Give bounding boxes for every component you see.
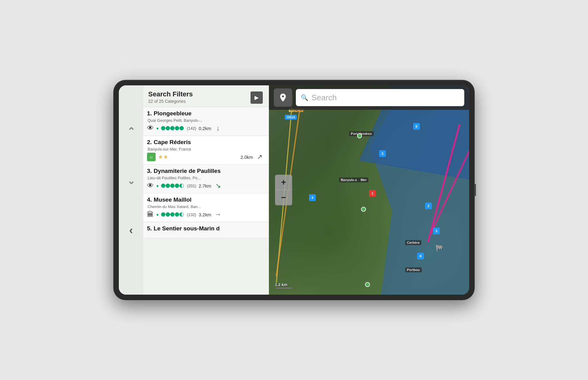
- header-next-button[interactable]: ▶: [251, 91, 263, 104]
- pin-2: 2: [425, 203, 432, 209]
- map-label-cerbere: Cerbère: [405, 240, 422, 245]
- michelin-icon: ☺: [147, 153, 156, 161]
- dot-4: [175, 184, 179, 188]
- scale-text: 1.2 km: [275, 282, 293, 287]
- ta-icon: ●: [156, 126, 159, 131]
- result-name-row: 1. Plongeebleue: [147, 110, 191, 117]
- result-item-2[interactable]: 2. Cape Réderis Banyuls-sur-Mer, France …: [143, 136, 269, 165]
- nav-arrows: ⌃ ⌄ ‹: [119, 85, 143, 295]
- result-row1: 3. Dynamiterie de Paulilles: [147, 168, 264, 174]
- garmin-device: GARMIN ⌃ ⌄ ‹ Search Filters 22 of 25 Cat…: [113, 80, 475, 300]
- dot-1: [161, 212, 165, 217]
- result-number: 1.: [147, 110, 152, 117]
- pin-3: 3: [379, 150, 386, 157]
- pin-5: 5: [433, 228, 440, 234]
- dot-3: [170, 126, 175, 130]
- result-number: 5.: [147, 225, 152, 232]
- result-row2: 👁 ● (142) 0.2km ↓: [147, 124, 264, 132]
- star-2: ★: [163, 154, 168, 160]
- results-list: 1. Plongeebleue Quai Georges Petit, Bany…: [143, 107, 269, 295]
- result-item-3[interactable]: 3. Dynamiterie de Paulilles Lieu-dit Pau…: [143, 165, 269, 193]
- panel-header: Search Filters 22 of 25 Categories ▶: [143, 85, 269, 107]
- dot-2: [166, 212, 170, 217]
- distance: 2.0km: [240, 155, 253, 160]
- direction-arrow: ↗: [255, 153, 264, 161]
- result-address: Chemin du Mas Xatard, Ban...: [147, 204, 264, 209]
- result-address: Lieu-dit Paulilles Polilles, Po...: [147, 176, 264, 180]
- result-item-4[interactable]: 4. Musee Maillol Chemin du Mas Xatard, B…: [143, 193, 269, 222]
- dot-4: [175, 212, 179, 217]
- zoom-out-button[interactable]: −: [275, 190, 292, 205]
- map-label-portbou: Portbou: [405, 267, 422, 272]
- dot-4: [175, 126, 179, 130]
- result-row1: 2. Cape Réderis: [147, 139, 264, 146]
- dot-5: [179, 126, 184, 130]
- result-number: 2.: [147, 139, 152, 146]
- result-name: Musee Maillol: [154, 196, 192, 203]
- scale-bar: [275, 288, 293, 289]
- result-number: 4.: [147, 196, 152, 203]
- map-panel: 🔍 Search D914 Port-Vendres Banyuls-s Mer…: [269, 85, 469, 295]
- dot-3: [170, 212, 175, 217]
- result-name-row: 3. Dynamiterie de Paulilles: [147, 168, 221, 174]
- result-address: Quai Georges Petit, Banyuls-...: [147, 118, 264, 123]
- distance: 0.2km: [199, 126, 211, 131]
- zoom-controls: + −: [275, 175, 292, 205]
- header-text: Search Filters 22 of 25 Categories: [148, 90, 193, 104]
- result-item-1[interactable]: 1. Plongeebleue Quai Georges Petit, Bany…: [143, 107, 269, 136]
- panel-title: Search Filters: [148, 90, 193, 98]
- dot-5: [179, 212, 184, 217]
- green-pin-1: [357, 133, 362, 138]
- review-count: (132): [187, 212, 196, 217]
- distance: 2.7km: [199, 183, 211, 188]
- search-icon: 🔍: [301, 94, 308, 101]
- rating-dots: [161, 126, 184, 130]
- search-box[interactable]: 🔍 Search: [296, 89, 464, 106]
- screen: ⌃ ⌄ ‹ Search Filters 22 of 25 Categories…: [119, 85, 469, 295]
- dot-5: [179, 184, 184, 188]
- museum-icon: 🏛: [147, 210, 154, 218]
- result-address: Banyuls-sur-Mer, France: [147, 147, 264, 151]
- pin-4: 4: [309, 194, 316, 201]
- zoom-in-button[interactable]: +: [275, 175, 292, 190]
- down-arrow[interactable]: ⌄: [122, 172, 140, 190]
- pin-6: 6: [413, 123, 420, 130]
- result-row1: 1. Plongeebleue: [147, 110, 264, 117]
- binoculars-icon: 👁: [147, 182, 154, 190]
- result-row2: 👁 ● (201) 2.7km ↘: [147, 181, 264, 190]
- dot-2: [166, 184, 170, 188]
- distance: 3.2km: [199, 212, 211, 217]
- green-pin-2: [361, 207, 366, 212]
- result-name: Le Sentier sous-Marin d: [154, 225, 220, 232]
- result-row2: ☺ ★ ★ 2.0km ↗: [147, 153, 264, 161]
- up-arrow[interactable]: ⌃: [122, 122, 140, 140]
- scale-indicator: 1.2 km: [275, 282, 293, 289]
- dot-3: [170, 184, 175, 188]
- ta-icon: ●: [156, 212, 159, 217]
- result-number: 3.: [147, 168, 152, 174]
- result-name: Cape Réderis: [154, 139, 191, 146]
- dot-1: [161, 126, 165, 130]
- direction-arrow: →: [214, 210, 222, 219]
- power-button[interactable]: [474, 184, 476, 196]
- star-1: ★: [158, 154, 163, 160]
- direction-arrow: ↓: [214, 124, 222, 132]
- direction-arrow: ↘: [214, 181, 222, 190]
- result-name-row: 4. Musee Maillol: [147, 196, 191, 203]
- checkered-flag: 🏁: [435, 244, 443, 252]
- green-pin-3: [365, 282, 370, 287]
- result-name: Plongeebleue: [154, 110, 192, 117]
- back-arrow[interactable]: ‹: [122, 221, 140, 240]
- map-top-bar: 🔍 Search: [269, 85, 469, 110]
- dot-2: [166, 126, 170, 130]
- result-name-row: 2. Cape Réderis: [147, 139, 191, 146]
- road-badge-d914: D914: [285, 115, 296, 120]
- location-button[interactable]: [274, 88, 292, 107]
- ta-icon: ●: [156, 183, 159, 188]
- result-item-5[interactable]: 5. Le Sentier sous-Marin d: [143, 222, 269, 238]
- search-placeholder: Search: [311, 93, 337, 102]
- pin-8: 8: [417, 253, 424, 259]
- result-row1: 4. Musee Maillol: [147, 196, 264, 203]
- left-panel: ⌃ ⌄ ‹ Search Filters 22 of 25 Categories…: [119, 85, 269, 295]
- rating-dots: [161, 212, 184, 217]
